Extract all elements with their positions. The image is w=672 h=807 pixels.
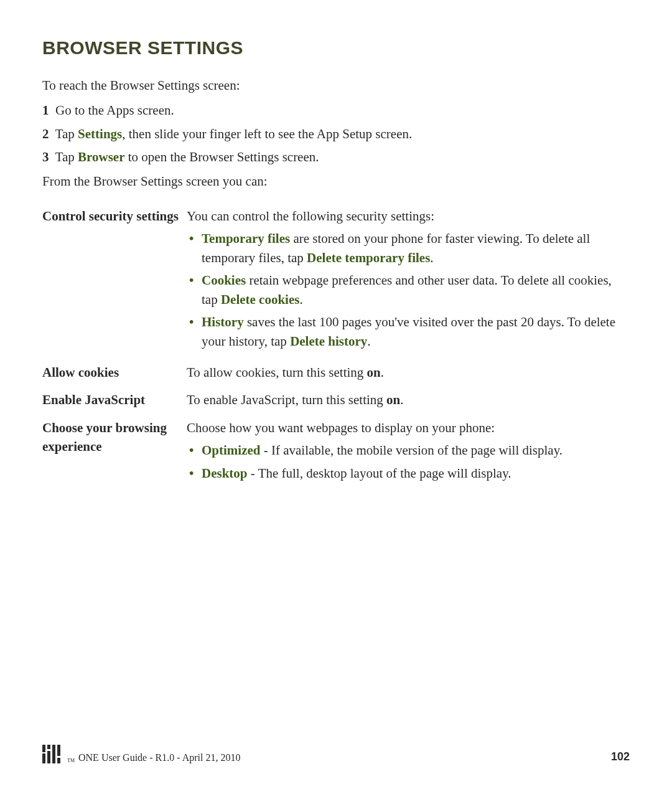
on-text: on — [386, 392, 400, 407]
browsing-list: Optimized - If available, the mobile ver… — [187, 441, 630, 483]
list-item: History saves the last 100 pages you've … — [187, 313, 630, 351]
page-number: 102 — [611, 750, 630, 763]
term: Cookies — [202, 273, 246, 288]
term: Desktop — [202, 466, 248, 481]
setting-browsing-experience: Choose your browsing experience Choose h… — [42, 418, 630, 486]
step-number: 2 — [42, 126, 49, 141]
on-text: on — [367, 365, 381, 380]
action-text: Delete cookies — [221, 292, 300, 307]
setting-security: Control security settings You can contro… — [42, 207, 630, 354]
item-text: saves the last 100 pages you've visited … — [202, 314, 615, 348]
step-number: 1 — [42, 103, 49, 118]
svg-rect-5 — [57, 745, 60, 756]
intro-text: To reach the Browser Settings screen: — [42, 76, 630, 95]
step-3: 3 Tap Browser to open the Browser Settin… — [42, 148, 630, 168]
list-item: Optimized - If available, the mobile ver… — [187, 441, 630, 460]
svg-rect-1 — [42, 753, 45, 763]
term: Optimized — [202, 443, 261, 458]
svg-rect-4 — [52, 745, 55, 763]
list-item: Temporary files are stored on your phone… — [187, 229, 630, 267]
setting-text: . — [381, 365, 384, 380]
svg-rect-0 — [42, 745, 45, 752]
step-2: 2 Tap Settings, then slide your finger l… — [42, 125, 630, 144]
tm-text: TM — [67, 758, 75, 763]
setting-label: Choose your browsing experience — [42, 418, 187, 456]
setting-text: . — [400, 392, 403, 407]
kin-logo-icon — [42, 745, 63, 763]
step-1: 1 Go to the Apps screen. — [42, 101, 630, 121]
step-text: , then slide your finger left to see the… — [122, 126, 412, 141]
setting-enable-javascript: Enable JavaScript To enable JavaScript, … — [42, 390, 630, 409]
item-text: - The full, desktop layout of the page w… — [248, 466, 511, 481]
svg-rect-2 — [47, 745, 50, 749]
footer-text: ONE User Guide - R1.0 - April 21, 2010 — [78, 752, 240, 763]
browser-link-text: Browser — [78, 149, 124, 164]
list-item: Desktop - The full, desktop layout of th… — [187, 464, 630, 483]
setting-text: To allow cookies, turn this setting — [187, 365, 367, 380]
term: History — [202, 314, 244, 329]
from-text: From the Browser Settings screen you can… — [42, 174, 630, 189]
setting-lead: You can control the following security s… — [187, 209, 434, 224]
settings-link-text: Settings — [78, 126, 122, 141]
svg-rect-6 — [57, 758, 60, 763]
footer-left: TM ONE User Guide - R1.0 - April 21, 201… — [42, 745, 240, 763]
setting-text: To enable JavaScript, turn this setting — [187, 392, 386, 407]
term: Temporary files — [202, 231, 290, 246]
step-number: 3 — [42, 149, 49, 164]
setting-label: Allow cookies — [42, 363, 187, 382]
security-list: Temporary files are stored on your phone… — [187, 229, 630, 351]
item-text: . — [367, 334, 370, 349]
setting-allow-cookies: Allow cookies To allow cookies, turn thi… — [42, 363, 630, 382]
list-item: Cookies retain webpage preferences and o… — [187, 271, 630, 309]
item-text: - If available, the mobile version of th… — [261, 443, 563, 458]
step-text: Go to the Apps screen. — [55, 103, 174, 118]
step-text: Tap — [55, 126, 78, 141]
setting-label: Control security settings — [42, 207, 187, 225]
item-text: . — [299, 292, 302, 307]
footer: TM ONE User Guide - R1.0 - April 21, 201… — [42, 745, 630, 763]
item-text: . — [430, 250, 433, 265]
setting-label: Enable JavaScript — [42, 390, 187, 409]
action-text: Delete history — [290, 334, 367, 349]
step-text: to open the Browser Settings screen. — [125, 149, 319, 164]
section-title: BROWSER SETTINGS — [42, 37, 630, 59]
svg-rect-3 — [47, 751, 50, 763]
action-text: Delete temporary files — [307, 250, 430, 265]
step-text: Tap — [55, 149, 78, 164]
setting-lead: Choose how you want webpages to display … — [187, 420, 495, 435]
